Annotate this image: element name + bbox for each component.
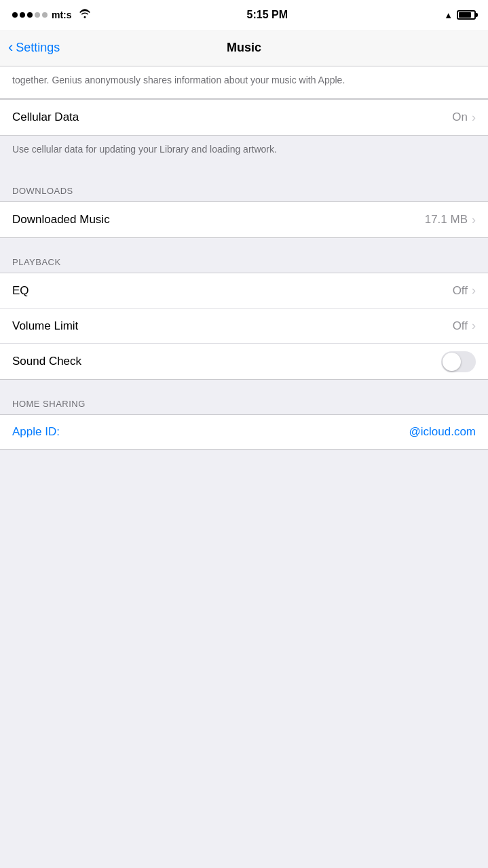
downloaded-music-label: Downloaded Music (12, 213, 110, 226)
signal-dot-2 (20, 12, 25, 18)
cellular-data-description: Use cellular data for updating your Libr… (0, 136, 488, 167)
downloads-section-header: DOWNLOADS (0, 167, 488, 201)
top-description: together. Genius anonymously shares info… (0, 66, 488, 99)
cellular-description-text: Use cellular data for updating your Libr… (12, 144, 277, 155)
back-chevron-icon: ‹ (8, 40, 13, 55)
eq-value: Off (453, 284, 468, 298)
status-time: 5:15 PM (247, 9, 288, 21)
downloaded-music-value: 17.1 MB (425, 213, 468, 226)
cellular-data-right: On › (452, 111, 476, 125)
eq-label: EQ (12, 284, 29, 298)
cellular-data-row[interactable]: Cellular Data On › (0, 100, 488, 135)
sound-check-label: Sound Check (12, 355, 81, 368)
downloads-group: Downloaded Music 17.1 MB › (0, 201, 488, 238)
status-bar: mt:s 5:15 PM ▲ (0, 0, 488, 30)
cellular-data-chevron: › (472, 111, 476, 125)
cellular-data-value: On (452, 111, 468, 124)
home-sharing-header-label: HOME SHARING (12, 399, 86, 409)
cellular-data-group: Cellular Data On › (0, 99, 488, 136)
status-right: ▲ (444, 10, 476, 20)
battery-icon (457, 10, 476, 20)
apple-id-value: @icloud.com (409, 425, 476, 439)
page-title: Music (227, 41, 261, 55)
downloaded-music-right: 17.1 MB › (425, 213, 476, 227)
eq-chevron: › (472, 283, 476, 298)
playback-header-label: PLAYBACK (12, 257, 61, 267)
signal-dot-4 (35, 12, 40, 18)
signal-dot-3 (27, 12, 33, 18)
downloaded-music-row[interactable]: Downloaded Music 17.1 MB › (0, 202, 488, 237)
carrier-text: mt:s (52, 9, 72, 20)
back-label: Settings (16, 41, 60, 55)
volume-limit-row[interactable]: Volume Limit Off › (0, 309, 488, 344)
location-icon: ▲ (444, 10, 453, 20)
signal-dots (12, 12, 48, 18)
volume-limit-label: Volume Limit (12, 319, 78, 333)
back-button[interactable]: ‹ Settings (8, 41, 60, 55)
downloads-header-label: DOWNLOADS (12, 186, 73, 196)
playback-section-header: PLAYBACK (0, 238, 488, 273)
nav-bar: ‹ Settings Music (0, 30, 488, 66)
apple-id-row[interactable]: Apple ID: @icloud.com (0, 414, 488, 450)
volume-limit-right: Off › (453, 319, 476, 333)
volume-limit-chevron: › (472, 319, 476, 333)
signal-dot-5 (42, 12, 48, 18)
eq-right: Off › (453, 283, 476, 298)
eq-row[interactable]: EQ Off › (0, 273, 488, 309)
toggle-knob (443, 353, 461, 371)
sound-check-toggle[interactable] (441, 351, 476, 372)
cellular-data-label: Cellular Data (12, 111, 79, 124)
downloaded-music-chevron: › (472, 213, 476, 227)
top-description-text: together. Genius anonymously shares info… (12, 75, 345, 85)
volume-limit-value: Off (453, 319, 468, 333)
battery-fill (459, 12, 471, 18)
apple-id-label: Apple ID: (12, 425, 60, 439)
sound-check-row[interactable]: Sound Check (0, 344, 488, 379)
status-left: mt:s (12, 9, 91, 21)
playback-group: EQ Off › Volume Limit Off › Sound Check (0, 273, 488, 380)
wifi-icon (79, 9, 91, 21)
home-sharing-section-header: HOME SHARING (0, 380, 488, 414)
signal-dot-1 (12, 12, 18, 18)
